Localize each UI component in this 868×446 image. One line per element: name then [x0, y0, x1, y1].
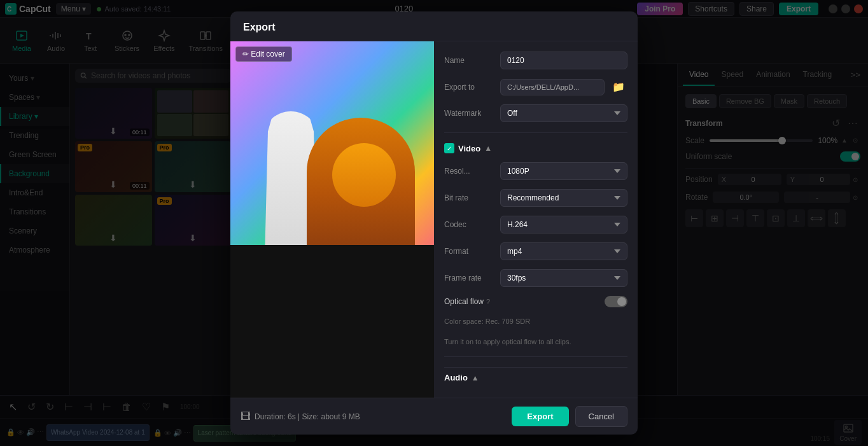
codec-select[interactable]: H.264 H.265 [500, 216, 627, 233]
bitrate-row: Bit rate Low Recommended High [444, 189, 627, 207]
optical-flow-toggle[interactable] [605, 296, 627, 307]
modal-overlay: Export ✏ Edit cover Na [0, 0, 868, 446]
video-checkbox[interactable]: ✓ [444, 143, 454, 153]
bitrate-select[interactable]: Low Recommended High [500, 189, 627, 207]
export-to-row: Export to C:/Users/DELL/AppD... 📁 [444, 78, 627, 95]
format-select[interactable]: mp4 mov [500, 242, 627, 260]
watermark-select[interactable]: Off On [500, 104, 627, 122]
name-input[interactable] [500, 52, 627, 69]
edit-cover-button[interactable]: ✏ Edit cover [235, 46, 292, 62]
video-section-header: ✓ Video ▲ [444, 143, 627, 153]
modal-body: ✏ Edit cover Name Export to C:/Users/DEL… [230, 41, 638, 398]
watermark-label: Watermark [444, 109, 495, 118]
framerate-label: Frame rate [444, 274, 495, 282]
preview-image [230, 41, 434, 245]
format-row: Format mp4 mov [444, 242, 627, 260]
audio-section-toggle[interactable]: ▲ [472, 373, 479, 382]
duration-info: 🎞 Duration: 6s | Size: about 9 MB [241, 411, 505, 422]
video-section-toggle[interactable]: ▲ [484, 144, 492, 153]
codec-row: Codec H.264 H.265 [444, 216, 627, 233]
lion-head [332, 143, 396, 207]
audio-section: Audio ▲ [444, 367, 627, 387]
name-label: Name [444, 56, 495, 65]
optical-hint: Turn it on to apply optical flow to all … [444, 337, 627, 346]
optical-flow-label: Optical flow ? [444, 297, 599, 306]
modal-preview: ✏ Edit cover [230, 41, 434, 398]
audio-header: Audio ▲ [444, 373, 627, 382]
framerate-select[interactable]: 24fps 25fps 30fps 50fps 60fps [500, 269, 627, 287]
export-path: C:/Users/DELL/AppD... [500, 79, 605, 95]
resolution-row: Resol... 720P 1080P 2K 4K [444, 162, 627, 180]
export-modal: Export ✏ Edit cover Na [230, 11, 638, 435]
export-modal-button[interactable]: Export [512, 407, 568, 426]
duration-text: Duration: 6s | Size: about 9 MB [255, 412, 360, 421]
optical-flow-help[interactable]: ? [486, 298, 490, 305]
section-divider-1 [444, 132, 627, 133]
video-section-title: Video [458, 144, 480, 153]
modal-header: Export [230, 11, 638, 41]
watermark-row: Watermark Off On [444, 104, 627, 122]
modal-footer: 🎞 Duration: 6s | Size: about 9 MB Export… [230, 398, 638, 435]
audio-section-title[interactable]: Audio [444, 373, 468, 382]
modal-title: Export [243, 22, 276, 33]
cancel-modal-button[interactable]: Cancel [575, 406, 627, 427]
bitrate-label: Bit rate [444, 193, 495, 202]
section-divider-2 [444, 356, 627, 357]
export-to-label: Export to [444, 83, 495, 92]
optical-flow-row: Optical flow ? [444, 296, 627, 307]
color-space-text: Color space: Rec. 709 SDR [444, 317, 627, 325]
modal-form: Name Export to C:/Users/DELL/AppD... 📁 W… [434, 41, 638, 398]
name-row: Name [444, 52, 627, 69]
codec-label: Codec [444, 220, 495, 229]
film-icon: 🎞 [241, 411, 251, 422]
resolution-label: Resol... [444, 167, 495, 176]
framerate-row: Frame rate 24fps 25fps 30fps 50fps 60fps [444, 269, 627, 287]
folder-browse-button[interactable]: 📁 [610, 78, 627, 95]
format-label: Format [444, 247, 495, 256]
resolution-select[interactable]: 720P 1080P 2K 4K [500, 162, 627, 180]
